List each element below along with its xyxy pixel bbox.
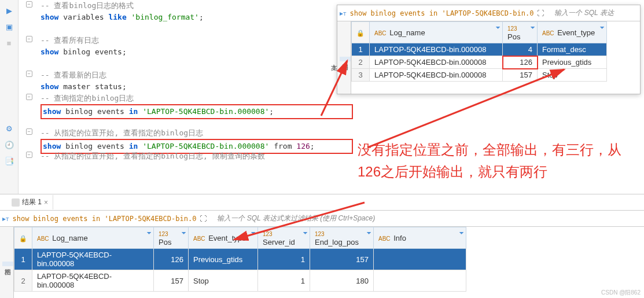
table-row[interactable]: 3LAPTOP-5QK4EBCD-bin.000008157Stop: [352, 69, 607, 82]
bottom-sql-text: show binlog events in 'LAPTOP-5QK4EBCD-b…: [13, 215, 197, 223]
bottom-side-tabs: 图格 文本: [0, 227, 14, 298]
popup-results-panel: ▸T show binlog events in 'LAPTOP-5QK4EBC…: [337, 5, 641, 94]
column-header[interactable]: ABC Event_type⏷: [538, 22, 607, 43]
table-icon: [12, 198, 20, 207]
row-header-lock: 🔒: [352, 22, 370, 43]
run-script-icon[interactable]: ▣: [3, 21, 15, 32]
column-header[interactable]: ABC Log_name⏷: [32, 227, 154, 249]
fold-icon[interactable]: −: [23, 150, 35, 159]
row-header-lock: 🔒: [14, 227, 32, 249]
play-icon[interactable]: ▸T: [2, 215, 9, 223]
code-line[interactable]: -- 查看binlog日志的格式: [41, 0, 134, 12]
code-line[interactable]: show binlog events in 'LAPTOP-5QK4EBCD-b…: [41, 104, 353, 119]
fold-icon[interactable]: −: [23, 127, 35, 135]
popup-side-text[interactable]: 文本: [329, 57, 340, 61]
column-header[interactable]: 123 Pos⏷: [503, 22, 538, 43]
history-icon[interactable]: 🕘: [3, 139, 15, 150]
bottom-results-panel: 结果 1 × ▸T show binlog events in 'LAPTOP-…: [0, 194, 644, 298]
bottom-sql-bar: ▸T show binlog events in 'LAPTOP-5QK4EBC…: [0, 211, 644, 227]
play-icon[interactable]: ▸T: [340, 9, 347, 17]
popup-side-grid[interactable]: 图格: [340, 57, 351, 61]
code-line[interactable]: -- 查询指定的binlog日志: [41, 93, 134, 104]
popup-filter-input[interactable]: 输入一个 SQL 表达: [551, 8, 640, 18]
fold-icon[interactable]: −: [23, 69, 35, 78]
popup-result-grid[interactable]: 🔒ABC Log_name⏷123 Pos⏷ABC Event_type⏷1LA…: [351, 21, 640, 94]
fold-icon[interactable]: −: [23, 35, 35, 43]
bottom-result-grid[interactable]: 🔒ABC Log_name⏷123 Pos⏷ABC Event_type⏷123…: [14, 227, 644, 298]
bookmark-icon[interactable]: 📑: [3, 155, 15, 167]
gear-icon[interactable]: ⚙: [3, 123, 15, 134]
fold-icon[interactable]: −: [23, 93, 35, 101]
table-row[interactable]: 2LAPTOP-5QK4EBCD-bin.000008157Stop1180: [14, 270, 466, 292]
code-line[interactable]: show master status;: [41, 81, 127, 93]
bottom-side-text[interactable]: 文本: [0, 262, 2, 266]
column-header[interactable]: ABC Event_type⏷: [189, 227, 258, 249]
stop-icon[interactable]: ■: [3, 37, 15, 49]
column-header[interactable]: ABC Info⏷: [374, 227, 466, 249]
code-line[interactable]: -- 从指定的位置开始, 查看指定的binlog日志: [41, 127, 203, 139]
code-line[interactable]: -- 查看最新的日志: [41, 69, 106, 81]
close-icon[interactable]: ×: [44, 198, 48, 207]
results-tab[interactable]: 结果 1 ×: [7, 195, 53, 209]
table-row[interactable]: 1LAPTOP-5QK4EBCD-bin.000008126Previous_g…: [14, 249, 466, 270]
popup-side-tabs: 图格 文本: [337, 21, 351, 94]
table-row[interactable]: 2LAPTOP-5QK4EBCD-bin.000008126Previous_g…: [352, 56, 607, 69]
bottom-filter-input[interactable]: 输入一个 SQL 表达式来过滤结果 (使用 Ctrl+Space): [214, 214, 644, 223]
code-line[interactable]: -- 查看所有日志: [41, 35, 99, 46]
popup-sql-bar: ▸T show binlog events in 'LAPTOP-5QK4EBC…: [337, 5, 640, 21]
table-row[interactable]: 1LAPTOP-5QK4EBCD-bin.0000084Format_desc: [352, 43, 607, 56]
column-header[interactable]: ABC Log_name⏷: [370, 22, 503, 43]
watermark: CSDN @阳862: [601, 289, 641, 297]
tab-label: 结果 1: [22, 197, 42, 207]
code-line[interactable]: show binlog events;: [41, 46, 127, 58]
annotation-text: 没有指定位置之前，全部输出，有三行，从126之后开始输出，就只有两行: [358, 139, 630, 183]
run-icon[interactable]: ▶: [3, 5, 15, 16]
bottom-tabs: 结果 1 ×: [0, 194, 644, 211]
popup-sql-text: show binlog events in 'LAPTOP-5QK4EBCD-b…: [350, 9, 534, 17]
editor-gutter: −−−−−−: [19, 0, 39, 194]
maximize-icon[interactable]: ⛶: [200, 215, 207, 223]
column-header[interactable]: 123 End_log_pos⏷: [310, 227, 374, 249]
code-line[interactable]: show variables like 'binlog_format';: [41, 12, 204, 23]
column-header[interactable]: 123 Pos⏷: [154, 227, 189, 249]
maximize-icon[interactable]: ⛶: [537, 9, 544, 17]
fold-icon[interactable]: −: [23, 0, 35, 8]
column-header[interactable]: 123 Server_id⏷: [258, 227, 310, 249]
bottom-side-grid[interactable]: 图格: [2, 262, 13, 266]
code-line[interactable]: -- 从指定的位置开始, 查看指定的binlog日志, 限制查询的条数: [41, 150, 265, 162]
